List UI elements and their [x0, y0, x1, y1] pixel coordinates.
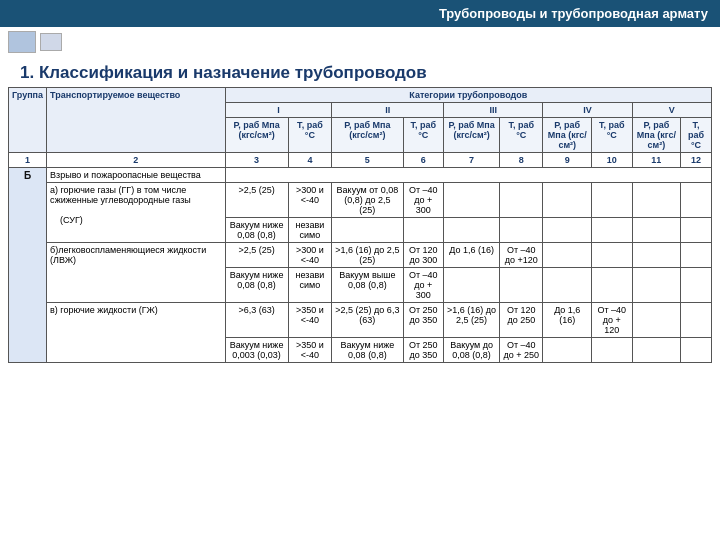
sub-t1: Т, раб °С: [288, 118, 332, 153]
sub-t4: Т, раб °С: [592, 118, 633, 153]
table-container: Группа Транспортируемое вещество Категор…: [0, 87, 720, 540]
deco-box-1: [8, 31, 36, 53]
table-row: б)легковоспламеняющиеся жидкости (ЛВЖ) >…: [9, 243, 712, 268]
sub-p2: Р, раб Мпа (кгс/см²): [332, 118, 403, 153]
deco-box-2: [40, 33, 62, 51]
cat-i: I: [225, 103, 332, 118]
sub-p3: Р, раб Мпа (кгс/см²): [444, 118, 500, 153]
table-row: 1 2 3 4 5 6 7 8 9 10 11 12: [9, 153, 712, 168]
page-title: 1. Классификация и назначение трубопрово…: [0, 57, 720, 87]
top-decoration: [0, 27, 720, 57]
sub-t2: Т, раб °С: [403, 118, 444, 153]
table-row: в) горючие жидкости (ГЖ) >6,3 (63) >350 …: [9, 303, 712, 338]
table-row: Б Взрыво и пожароопасные вещества: [9, 168, 712, 183]
group-b-substance: Взрыво и пожароопасные вещества: [47, 168, 226, 183]
sub-p1: Р, раб Мпа (кгс/см²): [225, 118, 288, 153]
cat-iv: IV: [543, 103, 632, 118]
sub-t3: Т, раб °С: [500, 118, 543, 153]
table-row: а) горючие газы (ГГ) в том числе сжиженн…: [9, 183, 712, 218]
col-categories: Категории трубопроводов: [225, 88, 711, 103]
col-group: Группа: [9, 88, 47, 153]
cat-iii: III: [444, 103, 543, 118]
group-b-label: Б: [9, 168, 47, 363]
sub-t5: Т, раб °С: [681, 118, 712, 153]
sub-p5: Р, раб Мпа (кгс/см²): [632, 118, 681, 153]
sub-p4: Р, раб Мпа (кгс/см²): [543, 118, 592, 153]
header-bar: Трубопроводы и трубопроводная армату: [0, 0, 720, 27]
cat-ii: II: [332, 103, 444, 118]
header-title: Трубопроводы и трубопроводная армату: [439, 6, 708, 21]
main-table: Группа Транспортируемое вещество Категор…: [8, 87, 712, 363]
cat-v: V: [632, 103, 711, 118]
col-substance: Транспортируемое вещество: [47, 88, 226, 153]
